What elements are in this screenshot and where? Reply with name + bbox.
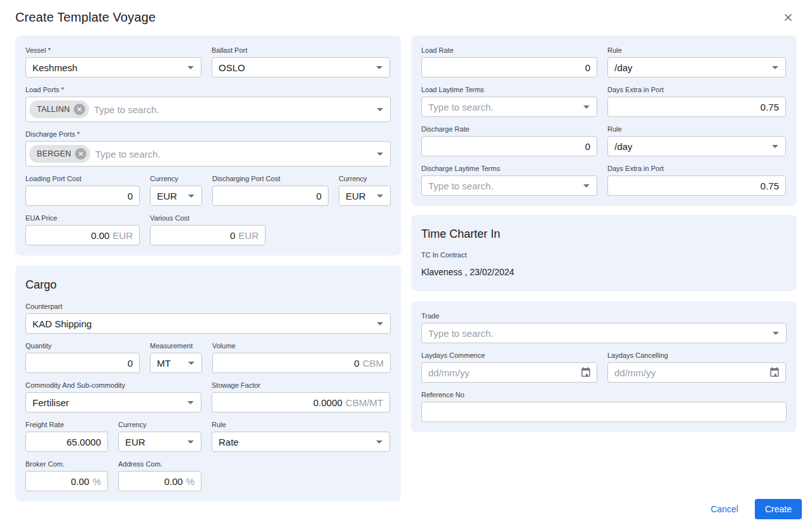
dropdown-arrow-icon: [377, 108, 383, 111]
calendar-icon[interactable]: [580, 367, 592, 378]
freight-rule-field: Rule Rate: [212, 420, 390, 452]
address-com-field: Address Com. %: [118, 460, 201, 491]
discharge-laytime-terms-field: Discharge Laytime Terms: [421, 164, 597, 196]
dropdown-arrow-icon: [187, 401, 194, 404]
dropdown-arrow-icon: [583, 106, 590, 109]
dropdown-arrow-icon: [376, 440, 382, 444]
dropdown-arrow-icon: [772, 145, 778, 148]
discharge-rate-input[interactable]: [428, 141, 590, 152]
chip-tallinn: TALLINN ✕: [29, 100, 89, 118]
measurement-select[interactable]: MT: [150, 353, 202, 373]
load-ports-input[interactable]: TALLINN ✕: [25, 97, 391, 122]
vessel-select[interactable]: Keshmesh: [25, 57, 201, 78]
reference-no-input[interactable]: [428, 407, 780, 418]
loading-currency-field: Currency EUR: [150, 174, 202, 206]
laydays-commence-field: Laydays Commence: [421, 351, 597, 383]
discharging-port-cost-input[interactable]: [219, 191, 321, 201]
trade-field: Trade: [421, 311, 787, 343]
commodity-select[interactable]: Fertiliser: [25, 392, 201, 412]
freight-rule-select[interactable]: Rate: [212, 432, 390, 452]
load-ports-label: Load Ports *: [25, 85, 391, 94]
dialog-footer: Cancel Create: [703, 499, 802, 519]
load-ports-field: Load Ports * TALLINN ✕: [25, 85, 391, 122]
cancel-button[interactable]: Cancel: [703, 500, 746, 518]
chip-delete-icon[interactable]: ✕: [75, 148, 86, 160]
dropdown-arrow-icon: [187, 440, 194, 444]
create-button[interactable]: Create: [755, 499, 802, 519]
discharging-port-cost-field: Discharging Port Cost: [212, 174, 328, 206]
freight-currency-field: Currency EUR: [118, 420, 201, 452]
voyage-panel: Vessel * Keshmesh Ballast Port OSLO: [15, 36, 401, 256]
discharge-ports-input[interactable]: BERGEN ✕: [25, 141, 391, 167]
vessel-field: Vessel * Keshmesh: [25, 46, 201, 78]
load-laytime-terms-field: Load Laytime Terms: [421, 85, 597, 117]
discharge-days-extra-field: Days Extra in Port: [607, 164, 786, 196]
load-rule-field: Rule /day: [607, 46, 786, 78]
freight-currency-select[interactable]: EUR: [118, 432, 201, 452]
various-cost-input[interactable]: [157, 230, 235, 241]
loading-currency-select[interactable]: EUR: [150, 186, 202, 206]
discharge-days-extra-input[interactable]: [614, 181, 779, 191]
ballast-port-field: Ballast Port OSLO: [212, 46, 390, 78]
discharging-currency-field: Currency EUR: [339, 174, 391, 206]
load-rule-select[interactable]: /day: [607, 57, 786, 78]
discharge-rule-field: Rule /day: [607, 125, 786, 156]
stowage-factor-input[interactable]: [219, 397, 342, 408]
counterpart-select[interactable]: KAD Shipping: [25, 313, 391, 334]
trade-panel: Trade Laydays Commence: [411, 301, 797, 432]
discharge-rule-select[interactable]: /day: [607, 136, 786, 156]
close-button[interactable]: [780, 9, 797, 26]
tc-in-contract-value: Klaveness , 23/02/2024: [421, 267, 787, 277]
address-com-input[interactable]: [125, 476, 183, 487]
left-column: Vessel * Keshmesh Ballast Port OSLO: [15, 36, 401, 501]
laydays-cancelling-field: Laydays Cancelling: [607, 351, 786, 383]
dropdown-arrow-icon: [376, 66, 382, 69]
discharge-laytime-terms-input[interactable]: [421, 175, 597, 196]
load-laytime-terms-input[interactable]: [421, 97, 597, 117]
laytime-panel: Load Rate Rule /day Load Laytime Terms: [411, 36, 797, 206]
chip-bergen: BERGEN ✕: [29, 145, 90, 163]
quantity-field: Quantity: [25, 341, 140, 373]
dropdown-arrow-icon: [377, 153, 383, 156]
chip-delete-icon[interactable]: ✕: [74, 104, 85, 115]
dropdown-arrow-icon: [773, 332, 779, 335]
volume-input[interactable]: [219, 358, 360, 369]
dialog-header: Create Template Voyage: [15, 10, 797, 26]
time-charter-in-heading: Time Charter In: [421, 228, 787, 241]
discharge-ports-search-input[interactable]: [95, 149, 369, 160]
load-laytime-terms-search-input[interactable]: [428, 102, 578, 112]
load-ports-search-input[interactable]: [94, 104, 369, 115]
trade-search-input[interactable]: [428, 328, 767, 339]
discharge-laytime-terms-search-input[interactable]: [428, 181, 578, 191]
ballast-port-label: Ballast Port: [212, 46, 390, 55]
trade-input[interactable]: [421, 323, 787, 343]
laydays-cancelling-input[interactable]: [614, 367, 765, 378]
reference-no-field: Reference No: [421, 390, 787, 422]
eua-price-input[interactable]: [32, 230, 109, 241]
laydays-commence-input[interactable]: [428, 367, 576, 378]
cargo-panel: Cargo Counterpart KAD Shipping Quantity …: [15, 266, 401, 501]
measurement-field: Measurement MT: [150, 341, 202, 373]
volume-field: Volume CBM: [212, 341, 391, 373]
dropdown-arrow-icon: [188, 194, 194, 198]
vessel-label: Vessel *: [25, 46, 201, 55]
tc-in-contract-label: TC In Contract: [421, 251, 787, 259]
dropdown-arrow-icon: [188, 362, 194, 365]
eua-price-field: EUA Price EUR: [25, 214, 140, 245]
ballast-port-select[interactable]: OSLO: [212, 57, 390, 78]
broker-com-field: Broker Com. %: [25, 460, 108, 491]
discharge-ports-label: Discharge Ports *: [25, 130, 391, 139]
loading-port-cost-input[interactable]: [32, 191, 133, 201]
discharge-ports-field: Discharge Ports * BERGEN ✕: [25, 130, 391, 167]
calendar-icon[interactable]: [769, 367, 780, 378]
load-rate-input[interactable]: [428, 62, 590, 73]
discharging-currency-select[interactable]: EUR: [339, 186, 391, 206]
quantity-input[interactable]: [32, 358, 133, 369]
load-days-extra-input[interactable]: [614, 102, 779, 112]
broker-com-input[interactable]: [32, 476, 90, 487]
close-icon: [782, 11, 794, 24]
freight-rate-input[interactable]: [32, 437, 101, 447]
dropdown-arrow-icon: [377, 194, 383, 198]
dropdown-arrow-icon: [583, 184, 590, 188]
stowage-factor-field: Stowage Factor CBM/MT: [212, 381, 390, 412]
